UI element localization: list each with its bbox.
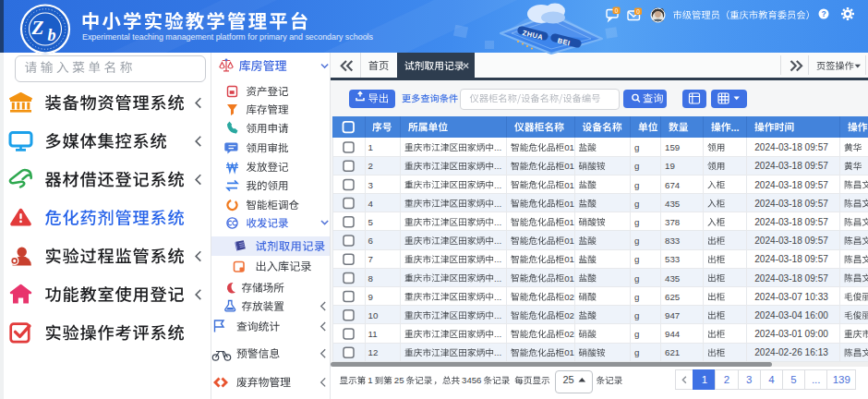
svg-text:?: ? bbox=[821, 9, 826, 18]
svg-text:...: ... bbox=[494, 142, 501, 152]
svg-text:3456: 3456 bbox=[462, 375, 481, 385]
svg-text:11: 11 bbox=[368, 329, 378, 339]
svg-text:...: ... bbox=[812, 374, 821, 385]
svg-text:...: ... bbox=[494, 273, 501, 284]
svg-text:5: 5 bbox=[790, 374, 796, 385]
svg-text:g: g bbox=[634, 273, 639, 284]
svg-text:g: g bbox=[634, 180, 639, 190]
svg-text:02: 02 bbox=[564, 329, 574, 339]
svg-text:625: 625 bbox=[665, 292, 680, 302]
svg-text:2024-03-18 09:57: 2024-03-18 09:57 bbox=[754, 161, 828, 171]
svg-text:8: 8 bbox=[368, 273, 373, 284]
svg-text:01: 01 bbox=[564, 273, 574, 284]
svg-text:g: g bbox=[634, 161, 639, 171]
svg-text:2024-03-18 09:57: 2024-03-18 09:57 bbox=[754, 236, 828, 246]
svg-text:19: 19 bbox=[665, 161, 675, 171]
svg-text:435: 435 bbox=[665, 199, 680, 209]
svg-text:944: 944 bbox=[665, 329, 681, 339]
svg-text:3: 3 bbox=[746, 374, 752, 385]
svg-text:1: 1 bbox=[702, 374, 707, 385]
svg-text:833: 833 bbox=[665, 236, 680, 246]
svg-text:...: ... bbox=[494, 254, 501, 264]
svg-text:25: 25 bbox=[394, 375, 404, 385]
svg-text:01: 01 bbox=[564, 142, 574, 152]
svg-text:139: 139 bbox=[833, 374, 850, 385]
svg-text:2024-03-18 09:57: 2024-03-18 09:57 bbox=[754, 180, 828, 190]
svg-text:g: g bbox=[634, 142, 639, 152]
svg-text:b: b bbox=[48, 26, 56, 44]
svg-text:02: 02 bbox=[564, 310, 574, 320]
svg-text:2024-03-18 09:57: 2024-03-18 09:57 bbox=[754, 254, 828, 264]
svg-text:674: 674 bbox=[665, 180, 681, 190]
svg-text:2024-03-18 09:57: 2024-03-18 09:57 bbox=[754, 273, 828, 284]
svg-text:1: 1 bbox=[368, 375, 372, 385]
svg-text:435: 435 bbox=[665, 273, 680, 284]
svg-text:12: 12 bbox=[368, 347, 379, 357]
svg-text:2024-03-07 10:33: 2024-03-07 10:33 bbox=[754, 292, 828, 302]
svg-text:7: 7 bbox=[368, 254, 373, 264]
svg-text:1: 1 bbox=[368, 142, 373, 152]
svg-text:02: 02 bbox=[564, 292, 574, 302]
svg-text:g: g bbox=[634, 310, 639, 320]
svg-text:g: g bbox=[634, 347, 639, 357]
svg-text:...: ... bbox=[494, 347, 501, 357]
svg-text:4: 4 bbox=[768, 374, 775, 385]
svg-text:g: g bbox=[634, 329, 639, 339]
svg-text:2: 2 bbox=[724, 374, 729, 385]
svg-text:5: 5 bbox=[368, 217, 373, 227]
svg-text:2024-03-18 09:57: 2024-03-18 09:57 bbox=[754, 199, 828, 209]
svg-text:...: ... bbox=[494, 199, 501, 209]
svg-text:...: ... bbox=[494, 217, 501, 227]
svg-text:...: ... bbox=[731, 122, 740, 133]
svg-text:Experimental teaching manageme: Experimental teaching management platfor… bbox=[82, 32, 373, 42]
svg-text:0: 0 bbox=[615, 7, 619, 14]
svg-text:10: 10 bbox=[368, 310, 379, 320]
svg-text:g: g bbox=[634, 254, 639, 264]
svg-text:01: 01 bbox=[564, 180, 574, 190]
svg-text:378: 378 bbox=[665, 217, 680, 227]
svg-text:621: 621 bbox=[665, 347, 680, 357]
svg-text:01: 01 bbox=[564, 217, 574, 227]
svg-text:6: 6 bbox=[368, 236, 373, 246]
svg-text:947: 947 bbox=[665, 310, 680, 320]
svg-text:159: 159 bbox=[665, 142, 680, 152]
svg-text:...: ... bbox=[494, 310, 501, 320]
svg-text:3: 3 bbox=[368, 180, 373, 190]
svg-text:...: ... bbox=[494, 329, 501, 339]
svg-text:0: 0 bbox=[636, 8, 640, 15]
svg-text:2: 2 bbox=[368, 161, 373, 171]
svg-text:01: 01 bbox=[564, 347, 574, 357]
svg-text:2024-03-04 16:00: 2024-03-04 16:00 bbox=[754, 310, 828, 320]
svg-text:g: g bbox=[634, 217, 639, 227]
svg-text:01: 01 bbox=[564, 199, 574, 209]
svg-text:...: ... bbox=[494, 292, 501, 302]
svg-text:2024-02-26 16:13: 2024-02-26 16:13 bbox=[754, 347, 828, 357]
svg-text:...: ... bbox=[494, 180, 501, 190]
svg-text:g: g bbox=[634, 236, 639, 246]
svg-text:01: 01 bbox=[564, 254, 574, 264]
svg-text:2024-03-18 09:57: 2024-03-18 09:57 bbox=[754, 142, 828, 152]
svg-text:2024-03-01 09:00: 2024-03-01 09:00 bbox=[754, 329, 828, 339]
svg-text:g: g bbox=[634, 199, 639, 209]
svg-text:2024-03-18 09:57: 2024-03-18 09:57 bbox=[754, 217, 828, 227]
svg-text:9: 9 bbox=[368, 292, 373, 302]
svg-text:533: 533 bbox=[665, 254, 680, 264]
svg-text:01: 01 bbox=[564, 161, 574, 171]
svg-text:25: 25 bbox=[563, 374, 574, 385]
svg-text:...: ... bbox=[494, 161, 501, 171]
svg-text:4: 4 bbox=[368, 199, 374, 209]
svg-text:01: 01 bbox=[564, 236, 574, 246]
svg-text:Z: Z bbox=[31, 17, 44, 39]
svg-text:...: ... bbox=[494, 236, 501, 246]
svg-text:g: g bbox=[634, 292, 639, 302]
